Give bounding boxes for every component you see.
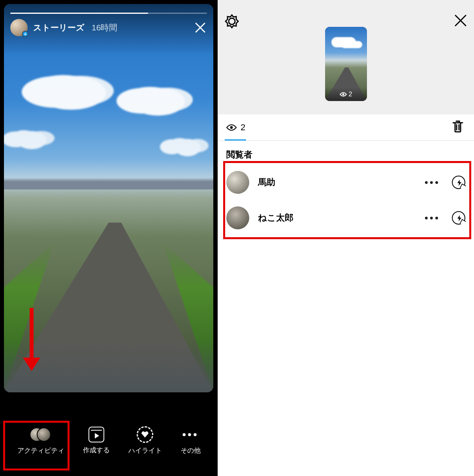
trash-icon [452, 120, 464, 133]
highlight-button[interactable]: ハイライト [128, 426, 162, 455]
story-thumbnail[interactable]: 2 [325, 27, 367, 101]
more-label: その他 [181, 446, 201, 455]
close-icon [453, 13, 468, 28]
view-count: 2 [241, 122, 245, 133]
reel-icon [88, 427, 104, 442]
svg-point-1 [342, 94, 344, 96]
highlight-label: ハイライト [128, 446, 162, 455]
views-summary-row: 2 [218, 114, 474, 141]
close-button[interactable] [194, 21, 207, 34]
create-label: 作成する [83, 446, 110, 455]
more-button[interactable]: ••• その他 [181, 426, 201, 455]
create-button[interactable]: 作成する [83, 427, 110, 455]
eye-icon [340, 92, 347, 97]
svg-point-0 [229, 18, 235, 24]
eye-icon [226, 124, 237, 131]
thumbnail-caret-icon [340, 101, 352, 107]
close-viewers-button[interactable] [453, 13, 468, 29]
annotation-arrow [25, 308, 38, 379]
close-icon [194, 22, 206, 34]
story-header: + ストーリーズ 16時間 [10, 19, 207, 36]
views-tab[interactable]: 2 [226, 122, 245, 133]
story-timestamp: 16時間 [92, 22, 117, 33]
viewers-header: 2 [218, 0, 474, 114]
svg-point-2 [230, 126, 233, 129]
delete-button[interactable] [452, 120, 464, 135]
annotation-highlight-viewers [223, 161, 471, 239]
settings-button[interactable] [224, 13, 240, 31]
gear-icon [224, 13, 240, 29]
user-avatar[interactable]: + [10, 19, 28, 36]
story-screen: + ストーリーズ 16時間 アクティビティ 作成する ハイライト ••• [0, 0, 218, 476]
thumbnail-view-count: 2 [325, 88, 367, 101]
add-story-badge-icon[interactable]: + [22, 31, 28, 37]
highlight-icon [137, 426, 153, 443]
annotation-highlight-activity [3, 421, 70, 470]
more-icon: ••• [182, 426, 198, 443]
story-title: ストーリーズ [33, 22, 85, 33]
story-progress[interactable] [10, 13, 207, 14]
